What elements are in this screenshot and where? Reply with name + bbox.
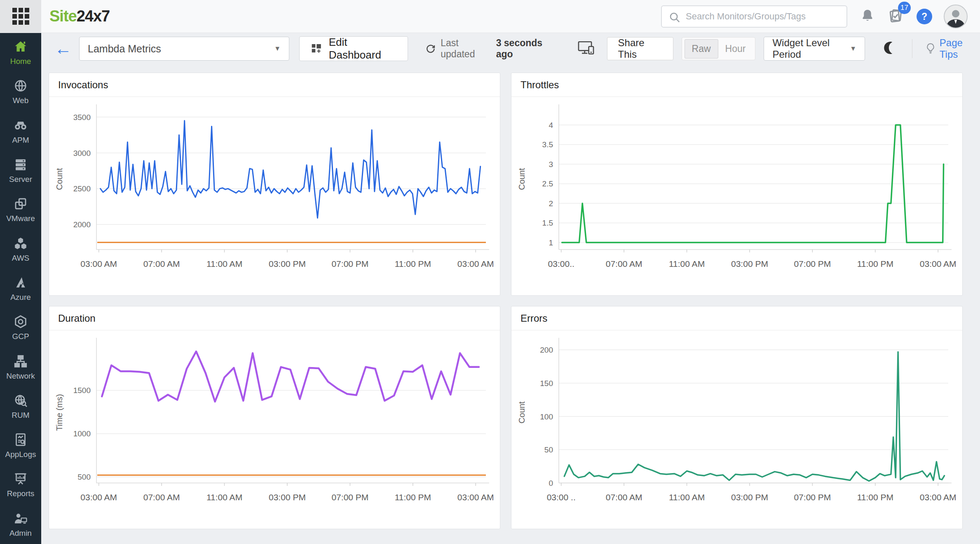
sidebar-item-home[interactable]: Home [0,33,41,72]
svg-text:Count: Count [55,168,64,190]
sidebar-item-label: APM [12,136,29,145]
svg-text:Count: Count [517,401,526,424]
sidebar-item-web[interactable]: Web [0,72,41,111]
svg-text:1500: 1500 [73,386,91,395]
help-button[interactable]: ? [917,9,932,24]
back-button[interactable]: ← [54,40,72,57]
sidebar-item-apm[interactable]: APM [0,112,41,151]
sidebar-item-label: Azure [10,293,31,302]
site24x7-app: Site24x7 [0,0,980,544]
throttles-panel: Throttles 11.522.533.5403:00..07:00 AM11… [511,73,963,296]
rum-icon [13,393,28,408]
svg-text:03:00 AM: 03:00 AM [457,492,494,502]
svg-text:2: 2 [549,199,553,208]
sidebar-item-label: GCP [12,332,29,341]
applogs-icon [13,432,28,447]
sidebar-item-aws[interactable]: AWS [0,229,41,268]
sidebar-item-server[interactable]: Server [0,151,41,190]
sidebar-item-reports[interactable]: Reports [0,465,41,504]
sidebar-item-gcp[interactable]: GCP [0,308,41,347]
bulb-icon [926,42,935,55]
refresh-icon[interactable] [425,43,436,54]
period-selector[interactable]: Widget Level Period ▼ [764,37,865,61]
svg-text:03:00 AM: 03:00 AM [920,259,957,268]
network-icon [13,354,28,369]
errors-chart[interactable]: 05010015020003:00 ..07:00 AM11:00 AM03:0… [511,330,962,529]
svg-text:500: 500 [77,473,91,481]
search-input[interactable] [662,6,846,27]
duration-chart[interactable]: 5001000150003:00 AM07:00 AM11:00 AM03:00… [49,330,500,529]
dashboard-toolbar: ← Lambda Metrics ▼ Edit Dashboard Last u… [41,33,980,64]
topbar-right-cluster: 17 ? [661,0,968,33]
svg-text:11:00 AM: 11:00 AM [206,259,242,268]
svg-text:07:00 PM: 07:00 PM [794,492,831,502]
responsive-view-icon[interactable] [577,40,596,57]
sidebar-item-label: Admin [9,529,32,538]
page-tips-button[interactable]: Page Tips [926,37,980,60]
site24x7-logo[interactable]: Site24x7 [49,7,110,25]
sidebar-item-label: Home [10,57,31,66]
sidebar-item-vmware[interactable]: VMware [0,190,41,229]
edit-dashboard-label: Edit Dashboard [329,36,397,61]
svg-text:3.5: 3.5 [542,140,553,149]
svg-text:11:00 AM: 11:00 AM [669,259,705,268]
share-this-label: Share This [618,37,662,60]
notifications-bell-button[interactable] [860,8,875,25]
svg-text:07:00 PM: 07:00 PM [331,259,368,268]
svg-text:2500: 2500 [73,184,91,193]
share-this-button[interactable]: Share This [607,37,673,60]
chevron-down-icon: ▼ [850,45,856,52]
sidebar-item-label: AWS [12,254,30,263]
sidebar-item-azure[interactable]: Azure [0,269,41,308]
app-switcher-button[interactable] [0,0,41,33]
top-bar: Site24x7 [0,0,980,33]
svg-text:03:00 AM: 03:00 AM [80,259,117,268]
sidebar-item-applogs[interactable]: AppLogs [0,426,41,465]
admin-icon [13,511,28,526]
sidebar-item-label: Web [13,96,29,105]
alarms-tasks-button[interactable]: 17 [888,7,904,26]
svg-text:11:00 AM: 11:00 AM [206,492,242,502]
svg-text:07:00 PM: 07:00 PM [794,259,831,268]
svg-text:3000: 3000 [73,149,91,158]
svg-text:07:00 AM: 07:00 AM [606,259,642,268]
svg-text:07:00 AM: 07:00 AM [606,492,642,502]
globe-icon [13,78,28,93]
last-updated: Last updated 3 seconds ago [425,38,557,60]
azure-icon [13,275,28,290]
logo-text-site: Site [49,7,77,25]
svg-text:0: 0 [549,479,553,487]
invocations-chart[interactable]: 200025003000350003:00 AM07:00 AM11:00 AM… [49,97,500,296]
gcp-icon [13,314,28,329]
edit-dashboard-button[interactable]: Edit Dashboard [299,36,408,61]
chevron-down-icon: ▼ [274,45,281,52]
panel-title-invocations: Invocations [49,73,500,97]
svg-text:03:00 AM: 03:00 AM [80,492,117,502]
granularity-toggle: Raw Hour [682,37,756,60]
sidebar-item-label: Reports [7,489,35,498]
moon-icon [882,40,897,55]
svg-text:03:00 ..: 03:00 .. [547,492,576,502]
dashboard-selector-value: Lambda Metrics [88,43,161,55]
reports-icon [13,471,28,486]
svg-text:2.5: 2.5 [542,179,553,188]
sidebar-nav: Home Web APM Server VMware AWS Azure GC [0,33,41,544]
svg-text:11:00 PM: 11:00 PM [395,492,431,502]
sidebar-item-label: AppLogs [5,450,36,459]
dashboard-selector[interactable]: Lambda Metrics ▼ [79,37,289,61]
dark-mode-toggle[interactable] [882,40,897,57]
sidebar-item-network[interactable]: Network [0,347,41,386]
svg-text:1.5: 1.5 [542,219,553,227]
granularity-hour-option[interactable]: Hour [718,40,753,58]
svg-text:03:00..: 03:00.. [548,259,574,268]
svg-text:03:00 AM: 03:00 AM [920,492,957,502]
invocations-panel: Invocations 200025003000350003:00 AM07:0… [49,73,500,296]
duration-panel: Duration 5001000150003:00 AM07:00 AM11:0… [49,306,500,529]
sidebar-item-admin[interactable]: Admin [0,505,41,544]
user-avatar[interactable] [944,5,968,28]
svg-text:03:00 PM: 03:00 PM [731,259,768,268]
sidebar-item-rum[interactable]: RUM [0,387,41,426]
svg-text:03:00 AM: 03:00 AM [457,259,494,268]
throttles-chart[interactable]: 11.522.533.5403:00..07:00 AM11:00 AM03:0… [511,97,962,296]
granularity-raw-option[interactable]: Raw [685,39,718,59]
